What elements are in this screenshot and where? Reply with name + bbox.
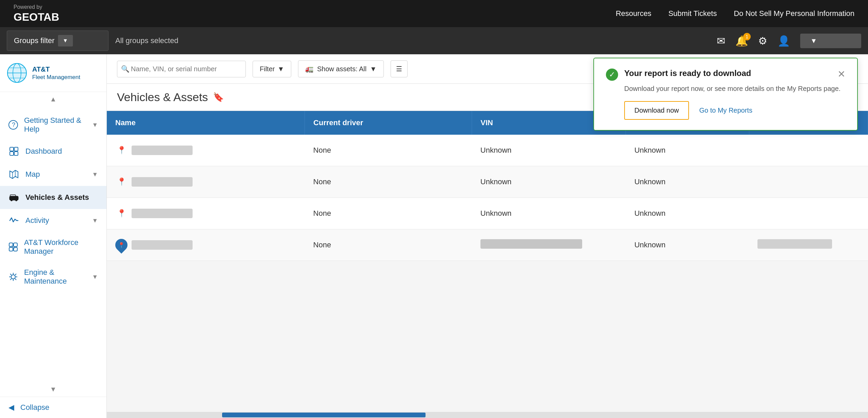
notification-badge: 1 — [743, 33, 751, 40]
search-input[interactable] — [117, 61, 246, 77]
att-name: AT&T — [32, 65, 80, 74]
att-globe-icon — [7, 63, 27, 83]
sidebar-nav: ? Getting Started & Help ▼ Dashboard Map… — [0, 107, 106, 382]
table-row[interactable]: 📍 None Unknown Unknown — [107, 198, 868, 229]
sidebar-scroll-down[interactable]: ▼ — [0, 382, 106, 397]
groups-filter-button[interactable]: Groups filter ▼ — [7, 31, 108, 51]
brand-name: GEOTAB — [14, 11, 68, 23]
table-row[interactable]: 📍 None Unknown Unknown — [107, 166, 868, 198]
notification-popup: ✓ Your report is ready to download ✕ Dow… — [593, 58, 858, 131]
notification-subtitle: Download your report now, or see more de… — [606, 85, 845, 93]
workforce-icon — [8, 242, 18, 252]
license-cell-2: Unknown — [626, 166, 749, 198]
vin-cell-1: Unknown — [472, 135, 626, 166]
table-row[interactable]: 📍 None Unknown Unknown — [107, 135, 868, 166]
notification-header: ✓ Your report is ready to download ✕ — [606, 69, 845, 81]
logo-area: Powered by GEOTAB — [14, 4, 68, 24]
svg-rect-10 — [10, 147, 14, 151]
all-groups-text: All groups selected — [115, 36, 178, 45]
svg-rect-12 — [10, 152, 14, 155]
notification-title: Your report is ready to download — [624, 69, 751, 78]
truck-icon: 🚛 — [305, 65, 314, 73]
att-branding-text: AT&T Fleet Management — [32, 65, 80, 81]
engine-maintenance-label: Engine & Maintenance — [24, 268, 86, 286]
sidebar-scroll-up[interactable]: ▲ — [0, 92, 106, 107]
filter-label: Filter — [260, 65, 275, 73]
activity-icon — [8, 215, 19, 226]
license-cell-4: Unknown — [626, 229, 749, 261]
go-to-my-reports-button[interactable]: Go to My Reports — [699, 107, 752, 114]
svg-line-32 — [15, 279, 16, 280]
svg-rect-22 — [14, 243, 17, 247]
vehicle-name-cell: 📍 — [107, 166, 305, 198]
submit-tickets-link[interactable]: Submit Tickets — [668, 9, 717, 18]
sidebar-logo: AT&T Fleet Management — [0, 54, 106, 92]
mail-button[interactable]: ✉ — [717, 35, 725, 47]
active-location-pin-icon: 📍 — [113, 236, 130, 254]
sidebar-item-vehicles-assets[interactable]: Vehicles & Assets — [0, 186, 106, 209]
user-button[interactable]: 👤 — [777, 35, 790, 47]
location-pin-icon: 📍 — [115, 176, 127, 188]
sidebar: AT&T Fleet Management ▲ ? Getting Starte… — [0, 54, 107, 418]
download-now-button[interactable]: Download now — [624, 101, 689, 120]
driver-cell-2: None — [305, 166, 472, 198]
groups-filter-label: Groups filter — [14, 36, 55, 45]
col-name: Name — [107, 111, 305, 135]
license-cell-3: Unknown — [626, 198, 749, 229]
sidebar-item-workforce-manager[interactable]: AT&T Workforce Manager — [0, 232, 106, 262]
bookmark-icon[interactable]: 🔖 — [213, 92, 224, 102]
groups-filter-bar: Groups filter ▼ All groups selected ✉ 🔔 … — [0, 27, 868, 54]
horizontal-scrollbar[interactable] — [107, 412, 868, 418]
search-input-wrapper: 🔍 — [117, 61, 246, 77]
driver-cell-4: None — [305, 229, 472, 261]
show-assets-button[interactable]: 🚛 Show assets: All ▼ — [298, 60, 383, 77]
vin-cell-2: Unknown — [472, 166, 626, 198]
getting-started-chevron-icon: ▼ — [92, 121, 98, 129]
notification-button[interactable]: 🔔 1 — [735, 35, 748, 47]
show-assets-chevron-icon: ▼ — [370, 65, 377, 73]
notification-actions: Download now Go to My Reports — [606, 101, 845, 120]
powered-by-text: Powered by GEOTAB — [14, 4, 68, 24]
help-icon: ? — [8, 119, 18, 130]
settings-button[interactable]: ⚙ — [758, 35, 767, 47]
collapse-chevron-icon: ◀ — [8, 403, 14, 412]
table-options-button[interactable]: ☰ — [391, 60, 408, 77]
table-options-icon: ☰ — [396, 65, 402, 73]
vehicle-name-blurred — [132, 177, 193, 187]
user-chevron-icon: ▼ — [810, 37, 817, 45]
serial-cell-1 — [749, 135, 868, 166]
collapse-sidebar-button[interactable]: ◀ Collapse — [0, 397, 106, 418]
col-driver: Current driver — [305, 111, 472, 135]
serial-blurred — [757, 239, 832, 249]
att-fleet-label: Fleet Management — [32, 74, 80, 81]
content-area: 🔍 Filter ▼ 🚛 Show assets: All ▼ ☰ Vehicl… — [107, 54, 868, 418]
svg-marker-14 — [10, 170, 18, 178]
sidebar-item-map[interactable]: Map ▼ — [0, 163, 106, 186]
sidebar-item-getting-started[interactable]: ? Getting Started & Help ▼ — [0, 110, 106, 140]
map-icon — [8, 169, 19, 180]
driver-cell-3: None — [305, 198, 472, 229]
sidebar-item-activity[interactable]: Activity ▼ — [0, 209, 106, 232]
filter-chevron-icon: ▼ — [277, 65, 284, 73]
user-dropdown-button[interactable]: ▼ — [800, 34, 861, 48]
filter-button[interactable]: Filter ▼ — [253, 61, 291, 77]
do-not-sell-link[interactable]: Do Not Sell My Personal Information — [734, 9, 854, 18]
resources-link[interactable]: Resources — [616, 9, 651, 18]
sidebar-item-dashboard[interactable]: Dashboard — [0, 140, 106, 163]
serial-cell-2 — [749, 166, 868, 198]
location-pin-icon: 📍 — [115, 207, 127, 220]
horizontal-scrollbar-thumb[interactable] — [222, 413, 426, 417]
svg-line-34 — [10, 279, 12, 280]
vehicles-icon — [8, 192, 19, 203]
table-row[interactable]: 📍 None Unknown — [107, 229, 868, 261]
notification-close-button[interactable]: ✕ — [837, 69, 845, 80]
collapse-label: Collapse — [20, 403, 50, 412]
engine-chevron-icon: ▼ — [92, 273, 98, 281]
dashboard-label: Dashboard — [25, 147, 62, 156]
search-icon: 🔍 — [121, 65, 130, 73]
sidebar-item-engine-maintenance[interactable]: Engine & Maintenance ▼ — [0, 262, 106, 292]
svg-rect-13 — [14, 152, 18, 155]
svg-rect-23 — [9, 247, 13, 251]
getting-started-label: Getting Started & Help — [24, 116, 86, 134]
license-cell-1: Unknown — [626, 135, 749, 166]
